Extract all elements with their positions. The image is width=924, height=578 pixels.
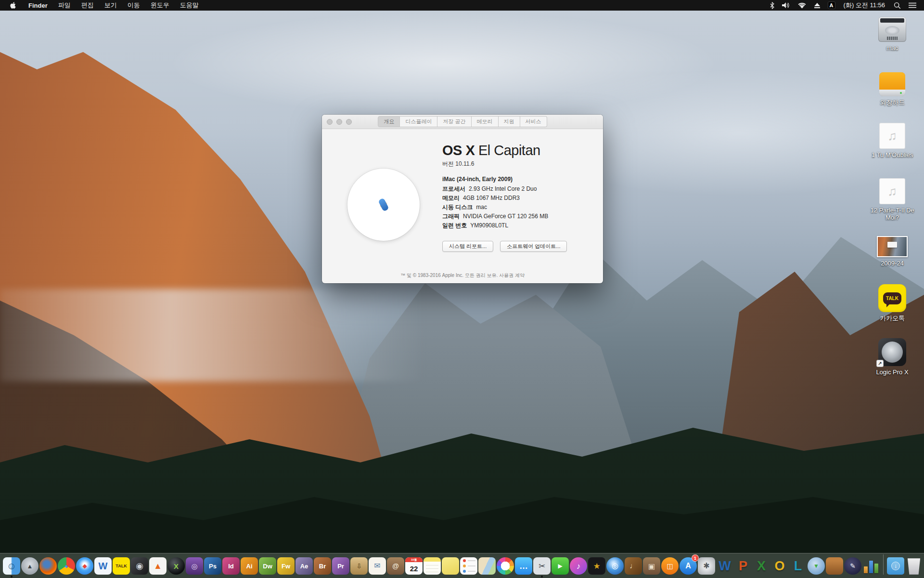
zoom-button[interactable] xyxy=(346,119,352,125)
ms-outlook-glyph: O xyxy=(774,560,784,573)
system-report-button[interactable]: 시스템 리포트... xyxy=(442,241,493,252)
maps-dock-icon[interactable] xyxy=(478,556,496,575)
reminders-dock-icon[interactable] xyxy=(460,556,477,575)
desktop-icon-image-file[interactable]: 2009-24 xyxy=(863,236,921,267)
system-preferences-dock-icon[interactable]: ✱ xyxy=(698,556,715,575)
ibooks-dock-icon[interactable]: ◫ xyxy=(661,556,679,575)
eject-icon[interactable] xyxy=(811,0,823,11)
tab-memory[interactable]: 메모리 xyxy=(472,116,499,127)
vlc-dock-icon[interactable]: ▲ xyxy=(149,556,167,575)
tab-overview[interactable]: 개요 xyxy=(378,116,400,127)
app-store-dock-icon[interactable]: A1 xyxy=(680,556,697,575)
tab-displays[interactable]: 디스플레이 xyxy=(400,116,437,127)
bluetooth-icon[interactable] xyxy=(767,0,777,11)
desktop-icon-label: 12 Parle-T-Il De Moi? xyxy=(863,207,921,221)
messages-dock-icon[interactable]: … xyxy=(515,556,532,575)
notes-dock-icon[interactable] xyxy=(424,556,441,575)
window-body: OS X El Capitan 버전 10.11.6 iMac (24-inch… xyxy=(322,129,603,283)
desktop-icon-logic-pro[interactable]: ↗ Logic Pro X xyxy=(863,338,921,376)
menu-help[interactable]: 도움말 xyxy=(175,0,204,11)
contacts-dock-icon[interactable]: @ xyxy=(387,556,404,575)
grab-screenshot-dock-icon[interactable]: ✂ xyxy=(533,556,551,575)
input-source-badge[interactable]: A xyxy=(828,1,835,9)
menu-window[interactable]: 윈도우 xyxy=(145,0,175,11)
fireworks-dock-icon[interactable]: Fw xyxy=(277,556,295,575)
x-player-dock-icon[interactable]: X xyxy=(167,556,185,575)
after-effects-dock-icon[interactable]: Ae xyxy=(295,556,313,575)
desktop-icon-kakaotalk[interactable]: TALK 카카오톡 xyxy=(863,284,921,322)
desktop-icon-audio-file-2[interactable]: ♫ 12 Parle-T-Il De Moi? xyxy=(863,178,921,221)
tab-service[interactable]: 서비스 xyxy=(520,116,547,127)
running-indicator xyxy=(11,576,13,578)
spotlight-search-icon[interactable] xyxy=(891,0,904,11)
photo-collage-dock-icon[interactable]: ▣ xyxy=(643,556,660,575)
trash-dock-icon[interactable] xyxy=(905,556,923,575)
notification-center-icon[interactable] xyxy=(906,0,919,11)
photoshop-dock-icon[interactable]: Ps xyxy=(204,556,221,575)
desktop-icon-mac-hdd[interactable]: mac xyxy=(863,17,921,52)
os-x-logo xyxy=(347,169,420,241)
ms-lync-dock-icon[interactable]: L xyxy=(789,556,807,575)
messages-glyph: … xyxy=(519,562,528,570)
kakaotalk-dock-icon[interactable]: TALK xyxy=(113,556,130,575)
close-button[interactable] xyxy=(327,119,333,125)
indesign-glyph: Id xyxy=(228,563,234,569)
downloads-folder-dock-icon[interactable]: ↓ xyxy=(887,556,904,575)
software-update-button[interactable]: 소프트웨어 업데이트... xyxy=(500,241,567,252)
minimize-button[interactable] xyxy=(336,119,342,125)
pages-glyph: ✎ xyxy=(850,563,856,569)
desktop-icon-column: mac 외장하드 ♫ 1 Tu M'Oublies ♫ 12 Parle-T-I… xyxy=(863,11,921,444)
indesign-dock-icon[interactable]: Id xyxy=(222,556,240,575)
apple-menu[interactable] xyxy=(6,0,23,11)
photos-dock-icon[interactable] xyxy=(497,556,514,575)
menu-edit[interactable]: 편집 xyxy=(76,0,99,11)
stickies-dock-icon[interactable] xyxy=(442,556,459,575)
volume-icon[interactable] xyxy=(779,0,793,11)
imovie-dock-icon[interactable]: ★ xyxy=(588,556,605,575)
spec-row: 그래픽NVIDIA GeForce GT 120 256 MB xyxy=(442,212,567,221)
winebottler-dock-icon[interactable]: W xyxy=(94,556,112,575)
ms-powerpoint-dock-icon[interactable]: P xyxy=(734,556,752,575)
pages-dock-icon[interactable]: ✎ xyxy=(844,556,861,575)
idvd-dock-icon[interactable]: ◎ xyxy=(606,556,624,575)
illustrator-dock-icon[interactable]: Ai xyxy=(241,556,258,575)
calendar-day: 22 xyxy=(405,562,423,575)
launchpad-dock-icon[interactable]: ▲ xyxy=(21,556,38,575)
tab-storage[interactable]: 저장 공간 xyxy=(437,116,471,127)
ms-excel-dock-icon[interactable]: X xyxy=(753,556,770,575)
menu-go[interactable]: 이동 xyxy=(122,0,145,11)
window-titlebar[interactable]: 개요디스플레이저장 공간메모리지원서비스 xyxy=(322,115,603,129)
toast-titanium-dock-icon[interactable]: ◎ xyxy=(186,556,203,575)
spec-value: NVIDIA GeForce GT 120 256 MB xyxy=(463,213,548,220)
ms-word-dock-icon[interactable]: W xyxy=(716,556,733,575)
calendar-dock-icon[interactable]: 10월22 xyxy=(405,556,423,575)
wifi-icon[interactable] xyxy=(795,0,809,11)
firefox-dock-icon[interactable] xyxy=(39,556,57,575)
stuffit-expander-dock-icon[interactable]: ⇩ xyxy=(350,556,368,575)
desktop-icon-external-hdd[interactable]: 외장하드 xyxy=(863,72,921,106)
web-downloader-dock-icon[interactable]: ▼ xyxy=(808,556,825,575)
garageband-dock-icon[interactable]: ♩ xyxy=(625,556,642,575)
toast-titanium-glyph: ◎ xyxy=(191,563,197,570)
dreamweaver-dock-icon[interactable]: Dw xyxy=(259,556,276,575)
ms-outlook-dock-icon[interactable]: O xyxy=(771,556,788,575)
safari-dock-icon[interactable]: ◆ xyxy=(76,556,93,575)
logic-pro-dock-icon[interactable]: ◉ xyxy=(131,556,148,575)
premiere-dock-icon[interactable]: Pr xyxy=(332,556,349,575)
numbers-dock-icon[interactable] xyxy=(862,556,880,575)
mac-model: iMac (24-inch, Early 2009) xyxy=(442,176,567,183)
desktop-icon-audio-file-1[interactable]: ♫ 1 Tu M'Oublies xyxy=(863,123,921,158)
menu-bar-clock[interactable]: (화) 오전 11:56 xyxy=(840,1,889,10)
chrome-dock-icon[interactable]: ● xyxy=(58,556,75,575)
facetime-dock-icon[interactable]: ▶ xyxy=(552,556,569,575)
menu-file[interactable]: 파일 xyxy=(53,0,76,11)
itunes-dock-icon[interactable]: ♪ xyxy=(570,556,587,575)
system-info: OS X El Capitan 버전 10.11.6 iMac (24-inch… xyxy=(442,143,567,252)
tab-support[interactable]: 지원 xyxy=(499,116,520,127)
mail-dock-icon[interactable]: ✉ xyxy=(369,556,386,575)
finder-dock-icon[interactable]: ☺ xyxy=(3,556,20,575)
menu-view[interactable]: 보기 xyxy=(99,0,122,11)
menu-finder[interactable]: Finder xyxy=(23,0,53,11)
keynote-dock-icon[interactable] xyxy=(826,556,843,575)
bridge-dock-icon[interactable]: Br xyxy=(314,556,331,575)
